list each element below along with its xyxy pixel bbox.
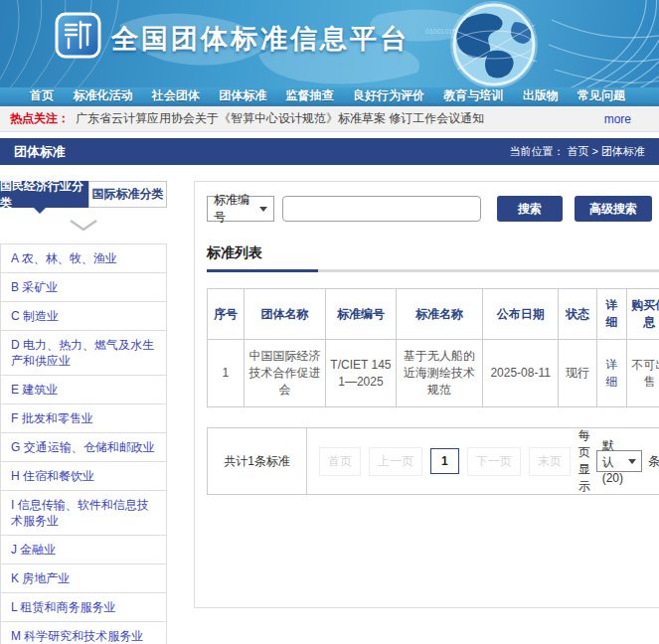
chevron-down-icon (259, 207, 267, 212)
standard-list-header: 标准列表 (207, 243, 659, 272)
sidebar-item-utilities[interactable]: D 电力、热力、燃气及水生产和供应业 (1, 331, 166, 376)
sidebar-item-hospitality[interactable]: H 住宿和餐饮业 (1, 462, 166, 491)
per-page-select[interactable]: 默认(20) (596, 450, 642, 472)
standards-table: 序号 团体名称 标准编号 标准名称 公布日期 状态 详细 购买信息 1 中国国际… (207, 288, 659, 407)
pager-controls: 首页 上一页 1 下一页 末页 每页显示 默认(20) 条 (307, 428, 659, 494)
hot-topics-bar: 热点关注： 广东省云计算应用协会关于《智算中心设计规范》标准草案 修订工作会议通… (0, 106, 659, 132)
per-page-unit: 条 (648, 453, 659, 470)
col-standard-name: 标准名称 (396, 289, 482, 340)
nav-item-supervision[interactable]: 监督抽查 (286, 87, 334, 104)
search-field-select[interactable]: 标准编号 (207, 196, 274, 222)
per-page-label: 每页显示 (578, 427, 590, 495)
breadcrumb-current: 团体标准 (601, 145, 645, 157)
search-bar: 标准编号 搜索 高级搜索 (207, 196, 659, 222)
chevron-down-icon (69, 219, 98, 232)
first-page-button[interactable]: 首页 (319, 447, 361, 476)
main-nav: 首页 标准化活动 社会团体 团体标准 监督抽查 良好行为评价 教育与培训 出版物… (0, 87, 659, 106)
col-purchase-info: 购买信息 (626, 289, 659, 340)
cell-standard-name: 基于无人船的近海测绘技术规范 (396, 340, 482, 407)
sidebar-item-agriculture[interactable]: A 农、林、牧、渔业 (1, 244, 166, 273)
tab-international-standard-classification[interactable]: 国际标准分类 (88, 181, 167, 208)
content-area: 国民经济行业分类 国际标准分类 A 农、林、牧、渔业 B 采矿业 C 制造业 D… (0, 165, 659, 644)
table-header-row: 序号 团体名称 标准编号 标准名称 公布日期 状态 详细 购买信息 (208, 289, 659, 340)
nav-item-good-behavior[interactable]: 良好行为评价 (353, 87, 424, 104)
nav-item-faq[interactable]: 常见问题 (577, 87, 625, 104)
sidebar-tabs: 国民经济行业分类 国际标准分类 (0, 181, 167, 208)
tab-national-economy-classification[interactable]: 国民经济行业分类 (0, 181, 88, 208)
sidebar-item-scientific-research[interactable]: M 科学研究和技术服务业 (1, 622, 166, 644)
prev-page-button[interactable]: 上一页 (369, 447, 422, 476)
sidebar-item-leasing-business[interactable]: L 租赁和商务服务业 (1, 593, 166, 622)
col-status: 状态 (559, 289, 597, 340)
hot-topics-label: 热点关注： (10, 110, 70, 127)
standard-list-title: 标准列表 (207, 244, 318, 272)
sidebar-item-information-technology[interactable]: I 信息传输、软件和信息技术服务业 (1, 491, 166, 536)
col-standard-code: 标准编号 (326, 289, 397, 340)
sidebar-item-real-estate[interactable]: K 房地产业 (1, 564, 166, 593)
search-field-select-value: 标准编号 (214, 192, 259, 226)
nav-item-education[interactable]: 教育与培训 (443, 87, 503, 104)
per-page-control: 每页显示 默认(20) 条 (578, 427, 659, 495)
cell-standard-code: T/CIET 1451—2025 (326, 340, 397, 407)
breadcrumb-label: 当前位置： (509, 145, 564, 157)
sidebar-item-construction[interactable]: E 建筑业 (1, 376, 166, 404)
sidebar-item-finance[interactable]: J 金融业 (1, 536, 166, 564)
nav-item-publications[interactable]: 出版物 (523, 87, 559, 104)
breadcrumb-home-link[interactable]: 首页 (567, 145, 588, 157)
sidebar-item-manufacturing[interactable]: C 制造业 (1, 302, 166, 331)
last-page-button[interactable]: 末页 (529, 447, 571, 476)
nav-item-social-groups[interactable]: 社会团体 (152, 87, 200, 104)
total-count: 共计1条标准 (208, 428, 307, 494)
sidebar-item-mining[interactable]: B 采矿业 (1, 273, 166, 302)
section-title: 团体标准 (14, 143, 66, 161)
per-page-select-value: 默认(20) (602, 437, 623, 485)
site-header: 0100101011 (0, 0, 659, 87)
detail-link[interactable]: 详细 (605, 358, 617, 389)
col-publish-date: 公布日期 (483, 289, 559, 340)
chevron-down-icon (628, 459, 636, 464)
current-page-button[interactable]: 1 (430, 448, 459, 474)
nav-item-standardization-activities[interactable]: 标准化活动 (73, 87, 132, 104)
main-panel: 标准编号 搜索 高级搜索 标准列表 序号 团体名称 标准编号 标准名称 公布日 (194, 181, 659, 608)
globe-icon (450, 1, 538, 87)
more-link[interactable]: more (604, 112, 631, 126)
cell-organization: 中国国际经济技术合作促进会 (244, 340, 325, 407)
cell-purchase-info: 不可出售 (626, 340, 659, 407)
cell-publish-date: 2025-08-11 (483, 340, 559, 407)
col-detail: 详细 (597, 289, 627, 340)
next-page-button[interactable]: 下一页 (467, 447, 521, 476)
col-index: 序号 (208, 289, 245, 340)
cell-status: 现行 (559, 340, 597, 407)
breadcrumb-separator: > (592, 145, 598, 157)
nav-item-home[interactable]: 首页 (30, 87, 54, 104)
cell-index: 1 (208, 340, 245, 407)
hot-news-link[interactable]: 广东省云计算应用协会关于《智算中心设计规范》标准草案 修订工作会议通知 (76, 110, 484, 127)
advanced-search-button[interactable]: 高级搜索 (575, 196, 652, 222)
table-row: 1 中国国际经济技术合作促进会 T/CIET 1451—2025 基于无人船的近… (208, 340, 659, 407)
nav-item-group-standards[interactable]: 团体标准 (219, 87, 266, 104)
sidebar-item-transport-logistics[interactable]: G 交通运输、仓储和邮政业 (1, 433, 166, 462)
sidebar: 国民经济行业分类 国际标准分类 A 农、林、牧、渔业 B 采矿业 C 制造业 D… (0, 181, 167, 644)
platform-logo-icon[interactable] (55, 12, 101, 59)
page-title: 全国团体标准信息平台 (111, 21, 410, 57)
category-list: A 农、林、牧、渔业 B 采矿业 C 制造业 D 电力、热力、燃气及水生产和供应… (0, 243, 167, 644)
search-input[interactable] (282, 196, 481, 222)
section-bar: 团体标准 当前位置： 首页 > 团体标准 (0, 138, 659, 165)
breadcrumb: 当前位置： 首页 > 团体标准 (509, 144, 645, 159)
pagination: 共计1条标准 首页 上一页 1 下一页 末页 每页显示 默认(20) 条 (207, 427, 659, 495)
sidebar-item-wholesale-retail[interactable]: F 批发和零售业 (1, 404, 166, 433)
sidebar-collapse-control[interactable] (0, 208, 167, 243)
col-organization: 团体名称 (244, 289, 325, 340)
search-button[interactable]: 搜索 (497, 196, 563, 222)
